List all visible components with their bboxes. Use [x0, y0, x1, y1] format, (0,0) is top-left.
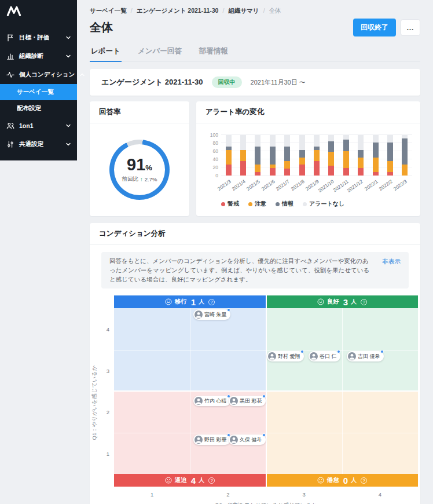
tab-department-info[interactable]: 部署情報 [198, 42, 229, 62]
quadrant-count-suffix: 人 [351, 476, 357, 484]
x-tick-label: 4 [379, 491, 381, 498]
x-tick-label: 1 [151, 491, 153, 498]
condition-map-xlabel: Q2：役割を果たせていると感じているか [114, 502, 418, 504]
ellipsis-icon: … [406, 23, 414, 32]
x-tick-label: 2022/1 [363, 178, 379, 192]
alert-dot [337, 350, 340, 353]
help-icon[interactable]: ? [208, 299, 215, 305]
sidebar-item-label: 個人コンディション [19, 71, 75, 79]
member-name: 宮崎 朱里 [204, 311, 227, 319]
bar-segment-警戒 [299, 165, 305, 176]
tab-bar: レポート メンバー回答 部署情報 [90, 42, 420, 62]
legend-dot [276, 202, 280, 206]
member-name: 谷口 仁 [320, 353, 337, 360]
bar-segment-アラートなし [373, 135, 379, 143]
bar-segment-アラートなし [240, 135, 246, 150]
bar-segment-注意 [358, 158, 364, 169]
member-name: 野田 彩華 [204, 436, 227, 444]
response-rate-delta: 前回比 ↑ 2.7% [122, 176, 157, 183]
sidebar-item-personal-condition[interactable]: 個人コンディション [0, 65, 77, 84]
help-icon[interactable]: ? [361, 299, 367, 305]
member-chip[interactable]: 宮崎 朱里 [193, 309, 230, 320]
pulse-icon [6, 71, 14, 79]
alert-rate-legend: 警戒注意情報アラートなし [221, 200, 412, 208]
member-chip[interactable]: 野田 彩華 [193, 434, 230, 445]
bar-column: 2021/9 [309, 135, 324, 176]
tab-member-answers[interactable]: メンバー回答 [137, 42, 183, 62]
bar-segment-警戒 [270, 168, 276, 176]
tab-report[interactable]: レポート [90, 42, 122, 62]
member-chip[interactable]: 野村 愛翔 [267, 351, 304, 361]
quadrant-bottom-left-header: 逼迫4人? [114, 474, 266, 487]
breadcrumb-survey-list[interactable]: サーベイ一覧 [90, 7, 127, 15]
bar-column: 2022/1 [368, 135, 383, 176]
bar-segment-警戒 [358, 168, 364, 176]
tired-face-icon [317, 477, 324, 484]
bar-segment-情報 [270, 147, 276, 165]
bar-segment-アラートなし [358, 135, 364, 150]
sidebar-subitem-label: 配布設定 [17, 104, 41, 111]
sidebar-item-1on1[interactable]: 1on1 [0, 116, 77, 135]
bar-segment-情報 [284, 147, 290, 161]
main-content: サーベイ一覧 エンゲージメント 2021-11-30 組織サマリ 全体 全体 回… [77, 0, 433, 504]
legend-item: 注意 [248, 200, 266, 208]
legend-item: アラートなし [303, 200, 344, 208]
bar-segment-警戒 [284, 169, 290, 176]
condition-analysis-title: コンディション分析 [90, 223, 420, 245]
member-chip[interactable]: 谷口 仁 [309, 351, 340, 361]
bar-segment-アラートなし [270, 135, 276, 147]
member-name: 吉田 優希 [358, 353, 380, 360]
chevron-down-icon [65, 53, 71, 59]
alert-dot [262, 395, 266, 398]
hide-link[interactable]: 非表示 [383, 258, 401, 266]
sidebar: 目標・評価 組織診断 個人コンディション サーベイ一覧 配布設定 1on1 共通… [0, 0, 77, 160]
bar-column: 2021/12 [354, 135, 368, 176]
bar-chart-icon [6, 52, 14, 60]
bar-segment-アラートなし [343, 135, 349, 140]
condition-map-ylabel: Q1：やりがいを感じているか [91, 365, 98, 440]
app-logo[interactable] [0, 0, 77, 28]
sidebar-item-label: 共通設定 [19, 140, 61, 148]
sidebar-subitem-distribution-settings[interactable]: 配布設定 [0, 100, 77, 116]
help-icon[interactable]: ? [208, 477, 215, 484]
smile-face-icon [317, 298, 324, 305]
bar-segment-警戒 [387, 172, 393, 176]
bar-segment-注意 [284, 161, 290, 169]
bar-segment-情報 [299, 150, 305, 158]
x-tick-label: 2022/2 [378, 178, 394, 192]
member-avatar [195, 397, 203, 405]
member-chip[interactable]: 黒田 彩花 [229, 396, 266, 406]
legend-label: 注意 [255, 200, 266, 208]
help-icon[interactable]: ? [361, 477, 367, 484]
bar-segment-情報 [402, 138, 408, 165]
member-chip[interactable]: 久保 健斗 [229, 434, 266, 445]
sidebar-item-org-diagnosis[interactable]: 組織診断 [0, 47, 77, 65]
quadrant-count: 1 [191, 297, 196, 307]
breadcrumb-org-summary[interactable]: 組織サマリ [222, 7, 259, 15]
member-chip[interactable]: 吉田 優希 [347, 351, 384, 361]
sidebar-subitem-survey-list[interactable]: サーベイ一覧 [0, 84, 77, 100]
sliders-icon [6, 140, 14, 148]
bar-segment-注意 [328, 152, 334, 165]
bar-column: 2021/11 [339, 135, 353, 176]
sidebar-item-goals[interactable]: 目標・評価 [0, 28, 77, 47]
legend-item: 情報 [276, 200, 293, 208]
breadcrumb-engagement[interactable]: エンゲージメント 2021-11-30 [131, 7, 219, 15]
member-chip[interactable]: 竹内 心晴 [193, 396, 230, 406]
bar-segment-アラートなし [387, 135, 393, 143]
condition-analysis-card: コンディション分析 回答をもとに、メンバーのコンディションを分析し、優先的に注目… [90, 223, 420, 504]
bar-segment-情報 [358, 150, 364, 158]
alert-dot [227, 308, 230, 312]
sidebar-item-common-settings[interactable]: 共通設定 [0, 135, 77, 154]
quadrant-count: 4 [191, 476, 196, 485]
y-tick-label: 20 [213, 165, 218, 170]
y-tick-label: 2 [107, 409, 109, 415]
member-name: 竹内 心晴 [204, 397, 227, 405]
x-tick-label: 2021/8 [289, 178, 305, 192]
up-arrow-icon: ↑ [140, 176, 143, 182]
more-options-button[interactable]: … [401, 19, 420, 36]
finish-collection-button[interactable]: 回収終了 [353, 19, 396, 36]
bar-segment-アラートなし [284, 135, 290, 147]
legend-label: アラートなし [309, 200, 344, 208]
bar-column: 2021/3 [221, 135, 236, 176]
